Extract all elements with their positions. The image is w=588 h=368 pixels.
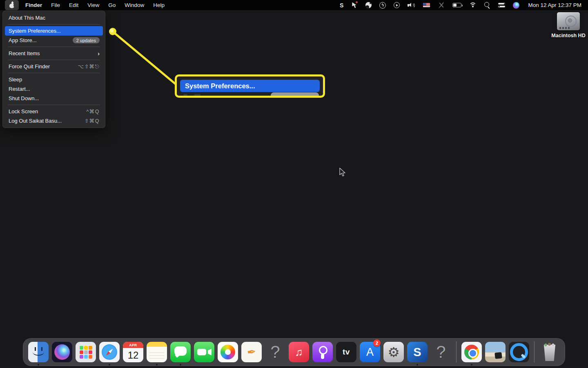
system-preferences-icon: ⚙ xyxy=(383,342,404,362)
dock-calendar[interactable]: APR 12 xyxy=(121,339,145,366)
dev-tools-disabled-icon[interactable] xyxy=(438,2,445,9)
hard-drive-icon xyxy=(557,12,580,30)
launchpad-icon xyxy=(76,342,96,362)
menu-item-force-quit-finder[interactable]: Force Quit Finder ⌥⇧⌘⎋ xyxy=(5,62,103,71)
appstore-updates-badge: 2 xyxy=(373,339,381,347)
menubar-menu-edit[interactable]: Edit xyxy=(65,0,83,10)
annotation-callout: System Preferences... xyxy=(175,74,325,98)
shortcut-label: ⌥⇧⌘⎋ xyxy=(78,63,100,70)
notes-icon xyxy=(147,342,167,362)
play-circle-icon[interactable] xyxy=(394,2,400,8)
dock-finder[interactable] xyxy=(27,339,50,366)
menubar-menu-help[interactable]: Help xyxy=(149,0,169,10)
running-indicator xyxy=(38,364,39,366)
skitch-status-icon[interactable]: S xyxy=(340,2,343,9)
dock-minimized-window[interactable] xyxy=(483,339,507,366)
menubar-menu-view[interactable]: View xyxy=(83,0,104,10)
dock-unknown-app[interactable]: ? xyxy=(263,339,287,366)
dock-unknown-app-2[interactable]: ? xyxy=(429,339,453,366)
running-indicator xyxy=(180,364,181,366)
dock-podcasts[interactable] xyxy=(311,339,334,366)
input-source-flag-icon[interactable] xyxy=(423,3,430,7)
desktop-icon-macintosh-hd[interactable]: Macintosh HD xyxy=(550,12,587,39)
menu-item-shut-down[interactable]: Shut Down... xyxy=(5,94,103,103)
podcasts-icon xyxy=(312,342,333,362)
minimized-window-thumbnail xyxy=(485,342,506,362)
dock-appstore[interactable]: 2 A xyxy=(358,339,382,366)
menu-separator xyxy=(8,60,100,60)
safari-icon xyxy=(99,342,120,362)
desktop: Finder File Edit View Go Window Help S ϟ… xyxy=(0,0,588,368)
dock-safari[interactable] xyxy=(98,339,121,366)
dock-chrome[interactable] xyxy=(460,339,483,366)
dock-messages[interactable] xyxy=(169,339,192,366)
dock-photos[interactable] xyxy=(216,339,240,366)
dock-separator xyxy=(534,341,535,363)
menu-item-restart[interactable]: Restart... xyxy=(5,84,103,94)
apple-menu-panel: About This Mac System Preferences... App… xyxy=(2,11,105,128)
lightning-circle-icon[interactable]: ϟ xyxy=(379,2,386,9)
running-indicator xyxy=(109,364,110,366)
volume-icon[interactable] xyxy=(408,2,415,8)
dock-system-preferences[interactable]: ⚙ xyxy=(382,339,405,366)
submenu-chevron-icon: › xyxy=(98,50,100,56)
dock-siri[interactable] xyxy=(50,339,74,366)
missing-app-icon: ? xyxy=(265,342,285,362)
apple-icon xyxy=(9,2,15,9)
dock-music[interactable]: ♫ xyxy=(287,339,311,366)
menubar-menu-file[interactable]: File xyxy=(47,0,65,10)
trash-full-icon xyxy=(542,343,557,361)
dock-appletv[interactable]: tv xyxy=(334,339,358,366)
calendar-day: 12 xyxy=(123,348,143,362)
updates-badge: 2 updates xyxy=(73,37,100,43)
menubar-status-area: S ϟ Mon 12 Apr 12:37 PM xyxy=(340,2,581,9)
menu-separator xyxy=(8,73,100,73)
dock-launchpad[interactable] xyxy=(74,339,98,366)
menu-item-recent-items[interactable]: Recent Items › xyxy=(5,49,103,58)
dock: APR 12 ✒ ? ♫ tv xyxy=(23,338,565,366)
menubar-clock[interactable]: Mon 12 Apr 12:37 PM xyxy=(528,2,581,8)
user-circle-icon[interactable] xyxy=(365,2,372,8)
dock-notes[interactable] xyxy=(145,339,169,366)
messages-icon xyxy=(170,342,191,362)
spotlight-icon[interactable] xyxy=(484,2,490,8)
dock-trash[interactable] xyxy=(538,339,561,366)
menubar-menu-window[interactable]: Window xyxy=(120,0,149,10)
menu-bar: Finder File Edit View Go Window Help S ϟ… xyxy=(0,0,588,10)
menubar-app-title[interactable]: Finder xyxy=(19,0,47,10)
quicktime-icon xyxy=(509,342,529,362)
menu-separator xyxy=(8,24,100,25)
siri-app-icon xyxy=(52,342,72,362)
pages-icon: ✒ xyxy=(241,342,262,362)
battery-icon[interactable] xyxy=(452,3,461,7)
dock-pages[interactable]: ✒ xyxy=(240,339,263,366)
facetime-icon xyxy=(194,342,214,362)
menu-separator xyxy=(8,47,100,47)
wifi-icon[interactable] xyxy=(469,2,477,8)
menu-item-sleep[interactable]: Sleep xyxy=(5,75,103,84)
drive-label: Macintosh HD xyxy=(550,32,587,39)
menubar-menu-go[interactable]: Go xyxy=(104,0,120,10)
apple-tv-icon: tv xyxy=(336,342,356,362)
apple-menu-button[interactable] xyxy=(5,0,19,10)
running-indicator xyxy=(156,364,158,366)
finder-icon xyxy=(28,342,49,362)
screen-share-cursor-icon[interactable] xyxy=(351,2,358,9)
callout-partial-badge xyxy=(271,92,319,98)
siri-icon[interactable] xyxy=(513,2,519,9)
menu-item-about-this-mac[interactable]: About This Mac xyxy=(5,13,103,22)
dock-skitch[interactable]: S xyxy=(405,339,429,366)
dock-quicktime[interactable] xyxy=(507,339,531,366)
menu-item-log-out[interactable]: Log Out Saikat Basu... ⇧⌘Q xyxy=(5,116,103,126)
dock-separator xyxy=(456,341,457,363)
menu-separator xyxy=(8,105,100,105)
calendar-month: APR xyxy=(123,342,143,348)
menu-item-app-store[interactable]: App Store... 2 updates xyxy=(5,36,103,45)
shortcut-label: ^⌘Q xyxy=(86,108,100,114)
menu-item-lock-screen[interactable]: Lock Screen ^⌘Q xyxy=(5,107,103,116)
menu-item-system-preferences[interactable]: System Preferences... xyxy=(5,26,103,36)
dock-facetime[interactable] xyxy=(192,339,216,366)
control-center-icon[interactable] xyxy=(498,3,505,8)
music-icon: ♫ xyxy=(289,342,309,362)
calendar-icon: APR 12 xyxy=(123,342,143,362)
